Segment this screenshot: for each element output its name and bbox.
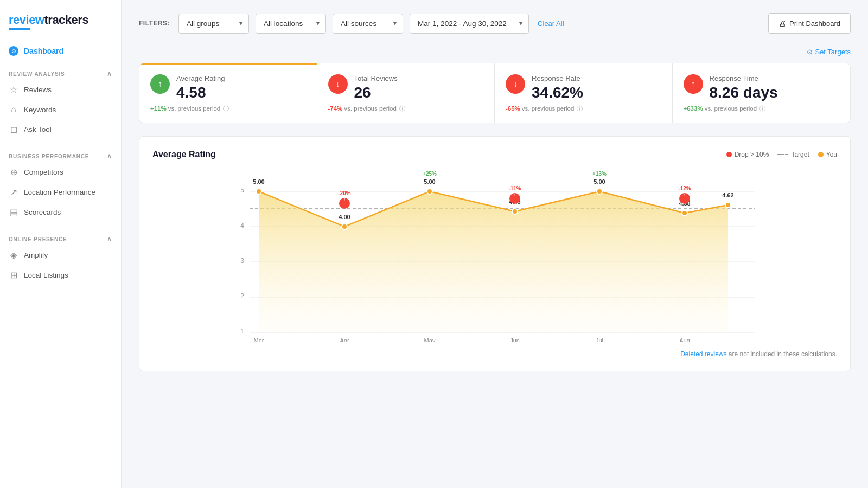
total-reviews-change: -74% vs. previous period ⓘ [328,105,484,113]
sources-select-wrap[interactable]: All sources [333,14,403,34]
amplify-icon: ◈ [9,250,18,260]
drop-label: Drop > 10% [735,151,769,158]
svg-text:+25%: +25% [423,171,437,177]
svg-point-17 [682,210,687,216]
deleted-reviews-link[interactable]: Deleted reviews [680,350,726,358]
svg-text:May: May [424,337,436,342]
avg-rating-value: 4.58 [176,85,225,101]
local-listings-icon: ⊞ [9,270,18,280]
svg-text:4: 4 [240,222,244,229]
chevron-up-icon3: ∧ [107,235,112,243]
svg-text:-20%: -20% [338,190,350,196]
locations-select[interactable]: All locations [256,14,326,34]
response-time-icon: ↑ [684,74,703,94]
deleted-note: Deleted reviews are not included in thes… [152,350,837,358]
total-reviews-change-label: vs. previous period [344,105,397,112]
metric-header-avg-rating: ↑ Average Rating 4.58 [150,74,306,101]
response-rate-value: 34.62% [532,85,583,101]
svg-point-18 [725,202,731,208]
sidebar-item-amplify[interactable]: ◈ Amplify [0,245,121,265]
response-rate-pct: -65% [506,105,520,112]
response-time-info-icon: ⓘ [760,105,765,113]
metrics-row: ↑ Average Rating 4.58 +11% vs. previous … [139,63,851,123]
response-time-change-label: vs. previous period [705,105,757,112]
chart-section: Average Rating Drop > 10% Target You [139,136,851,371]
sidebar-item-ask-tool-label: Ask Tool [24,125,52,133]
total-reviews-info-icon: ⓘ [399,105,405,113]
sidebar-item-ask-tool[interactable]: ◻ Ask Tool [0,119,121,139]
keywords-icon: ⌂ [9,105,18,114]
svg-text:4.00: 4.00 [339,214,350,220]
groups-select[interactable]: All groups [178,14,249,34]
avg-rating-change-label: vs. previous period [168,105,221,112]
metric-card-total-reviews[interactable]: ↓ Total Reviews 26 -74% vs. previous per… [317,63,495,123]
sidebar-item-dashboard[interactable]: ⊙ Dashboard [0,41,121,61]
set-targets-link[interactable]: ⊙ Set Targets [807,48,851,56]
avg-rating-change: +11% vs. previous period ⓘ [150,105,306,113]
sources-select[interactable]: All sources [333,14,403,34]
date-range-select-wrap[interactable]: Mar 1, 2022 - Aug 30, 2022 [410,14,529,34]
sidebar-item-keywords[interactable]: ⌂ Keywords [0,100,121,119]
sidebar-item-location-performance[interactable]: ↗ Location Performance [0,182,121,202]
target-label: Target [791,151,809,158]
location-performance-icon: ↗ [9,187,18,197]
svg-text:1: 1 [240,328,244,335]
metric-header-total-reviews: ↓ Total Reviews 26 [328,74,484,101]
sidebar-item-local-listings[interactable]: ⊞ Local Listings [0,265,121,285]
svg-point-16 [597,189,602,194]
svg-text:Jul: Jul [596,337,603,342]
date-range-select[interactable]: Mar 1, 2022 - Aug 30, 2022 [410,14,529,34]
logo-text2: trackers [44,13,89,27]
target-icon: ⊙ [807,48,813,56]
svg-marker-11 [259,191,728,332]
competitors-icon: ⊕ [9,167,18,177]
response-rate-icon: ↓ [506,74,525,94]
response-time-pct: +633% [684,105,703,112]
logo: reviewtrackers [9,13,112,27]
sidebar-item-reviews-label: Reviews [24,86,52,94]
sidebar-item-scorecards[interactable]: ▤ Scorecards [0,202,121,222]
sidebar-item-competitors[interactable]: ⊕ Competitors [0,162,121,182]
svg-text:Jun: Jun [510,337,520,342]
response-time-value: 8.26 days [710,85,778,101]
avg-rating-title: Average Rating [176,74,225,82]
response-time-title: Response Time [710,74,778,82]
clear-all-button[interactable]: Clear All [538,20,564,28]
dashboard-icon: ⊙ [9,46,18,56]
print-dashboard-button[interactable]: 🖨 Print Dashboard [768,13,851,34]
filters-row: FILTERS: All groups All locations All so… [139,13,851,34]
printer-icon: 🖨 [778,19,786,28]
drop-icon [726,152,732,157]
set-targets-label: Set Targets [815,48,851,56]
avg-rating-pct: +11% [150,105,167,112]
sidebar-item-location-performance-label: Location Performance [24,188,95,196]
you-dot-icon [818,152,824,157]
svg-point-15 [512,209,518,214]
metric-card-response-time[interactable]: ↑ Response Time 8.26 days +633% vs. prev… [673,63,851,123]
scorecards-icon: ▤ [9,207,18,217]
metric-card-response-rate[interactable]: ↓ Response Rate 34.62% -65% vs. previous… [495,63,673,123]
sidebar-item-keywords-label: Keywords [24,106,56,114]
sidebar-item-scorecards-label: Scorecards [24,208,61,216]
avg-rating-icon: ↑ [150,74,170,94]
online-presence-section: ONLINE PRESENCE ∧ ◈ Amplify ⊞ Local List… [0,227,121,290]
svg-text:Apr: Apr [340,337,349,342]
chart-svg: 5 4 3 2 1 [152,168,837,342]
svg-text:Aug: Aug [679,337,690,342]
reviews-icon: ☆ [9,85,18,95]
avg-rating-info-icon: ⓘ [223,105,229,113]
business-performance-section: BUSINESS PERFORMANCE ∧ ⊕ Competitors ↗ L… [0,144,121,227]
response-rate-change-label: vs. previous period [522,105,575,112]
groups-select-wrap[interactable]: All groups [178,14,249,34]
svg-text:5.00: 5.00 [253,178,264,185]
metric-header-response-time: ↑ Response Time 8.26 days [684,74,840,101]
sidebar-item-reviews[interactable]: ☆ Reviews [0,80,121,100]
metric-card-avg-rating[interactable]: ↑ Average Rating 4.58 +11% vs. previous … [139,63,317,123]
svg-text:5: 5 [240,187,244,194]
dashboard-label: Dashboard [24,47,63,55]
total-reviews-icon: ↓ [328,74,348,94]
locations-select-wrap[interactable]: All locations [256,14,326,34]
svg-text:!: ! [684,192,686,197]
chart-header: Average Rating Drop > 10% Target You [152,150,837,159]
total-reviews-pct: -74% [328,105,343,112]
